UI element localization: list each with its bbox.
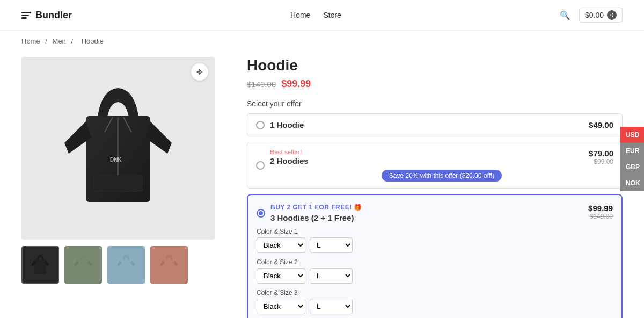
bundle-orig-price: $149.00 (588, 213, 613, 220)
logo-icon (21, 12, 31, 19)
color-size-3-label: Color & Size 3 (257, 289, 613, 297)
svg-text:DNK: DNK (110, 157, 122, 163)
expand-image-button[interactable]: ✥ (191, 63, 208, 81)
main-content: DNK ✥ (0, 52, 644, 318)
search-button[interactable]: 🔍 (560, 10, 570, 20)
logo-text: Bundler (35, 10, 72, 21)
offer-1-name: 1 Hoodie (270, 120, 304, 129)
bundle-promo-label: BUY 2 GET 1 FOR FREE! 🎁 (270, 204, 362, 211)
site-header: Bundler Home Store 🔍 $0.00 0 (0, 0, 644, 31)
radio-bundle (257, 209, 265, 218)
svg-rect-8 (120, 259, 132, 274)
color-3-select[interactable]: Black White Green Blue Pink (257, 299, 305, 314)
currency-sidebar: USD EUR GBP NOK (620, 127, 644, 191)
nav-home[interactable]: Home (290, 11, 310, 19)
offer-1-price: $49.00 (589, 120, 613, 129)
nav-store[interactable]: Store (323, 11, 341, 19)
currency-eur[interactable]: EUR (620, 143, 644, 159)
thumbnail-list (21, 246, 225, 284)
currency-gbp[interactable]: GBP (620, 159, 644, 175)
cart-button[interactable]: $0.00 0 (579, 8, 623, 23)
select-offer-label: Select your offer (247, 99, 623, 108)
breadcrumb: Home / Men / Hoodie (0, 31, 644, 52)
price-row: $149.00 $99.99 (247, 78, 623, 90)
color-size-1-label: Color & Size 1 (257, 228, 613, 235)
size-2-select[interactable]: XS S M L XL XXL (310, 268, 353, 284)
offer-2-price: $79.00 (589, 149, 613, 158)
currency-nok[interactable]: NOK (620, 175, 644, 191)
thumbnail-black[interactable] (21, 246, 59, 284)
breadcrumb-home[interactable]: Home (21, 37, 40, 45)
size-1-select[interactable]: XS S M L XL XXL (310, 237, 353, 253)
product-info: Hoodie $149.00 $99.99 Select your offer … (247, 57, 623, 318)
currency-usd[interactable]: USD (620, 127, 644, 143)
bundle-card[interactable]: BUY 2 GET 1 FOR FREE! 🎁 3 Hoodies (2 + 1… (247, 194, 623, 318)
svg-rect-1 (117, 117, 119, 182)
radio-2 (256, 161, 265, 170)
main-product-image: DNK ✥ (21, 57, 215, 240)
breadcrumb-current: Hoodie (82, 37, 104, 45)
logo[interactable]: Bundler (21, 10, 72, 21)
main-nav: Home Store (290, 11, 341, 19)
offer-2-orig: $99.00 (589, 158, 613, 165)
hoodie-svg: DNK (59, 73, 177, 223)
size-3-select[interactable]: XS S M L XL XXL (310, 299, 353, 314)
offer-2-save: Save 20% with this offer ($20.00 off!) (382, 170, 502, 182)
offer-2-badge: Best seller! (270, 149, 309, 155)
cart-count: 0 (607, 10, 617, 20)
offer-2-name: 2 Hoodies (270, 156, 309, 165)
color-size-2-row: Color & Size 2 Black White Green Blue Pi… (257, 258, 613, 284)
color-size-1-row: Color & Size 1 Black White Green Blue Pi… (257, 228, 613, 253)
offer-card-1[interactable]: 1 Hoodie $49.00 (247, 113, 623, 136)
bundle-sale-price: $99.99 (588, 204, 613, 213)
header-right: 🔍 $0.00 0 (560, 8, 623, 23)
thumbnail-pink[interactable] (150, 246, 188, 284)
color-1-select[interactable]: Black White Green Blue Pink (257, 237, 305, 253)
svg-rect-6 (34, 259, 46, 274)
color-size-3-row: Color & Size 3 Black White Green Blue Pi… (257, 289, 613, 314)
color-2-select[interactable]: Black White Green Blue Pink (257, 268, 305, 284)
color-size-2-label: Color & Size 2 (257, 258, 613, 266)
radio-1 (256, 121, 265, 129)
offer-card-2[interactable]: Best seller! 2 Hoodies $79.00 $99.00 Sav… (247, 142, 623, 189)
thumbnail-green[interactable] (64, 246, 102, 284)
product-image-section: DNK ✥ (21, 57, 225, 318)
bundle-title: 3 Hoodies (2 + 1 Free) (270, 213, 362, 222)
product-title: Hoodie (247, 57, 623, 74)
breadcrumb-men[interactable]: Men (53, 37, 66, 45)
svg-rect-2 (94, 175, 142, 191)
sale-price: $99.99 (281, 78, 311, 90)
svg-rect-9 (163, 259, 175, 274)
original-price: $149.00 (247, 80, 276, 89)
cart-price: $0.00 (585, 11, 604, 19)
thumbnail-blue[interactable] (107, 246, 145, 284)
svg-rect-7 (77, 259, 89, 274)
